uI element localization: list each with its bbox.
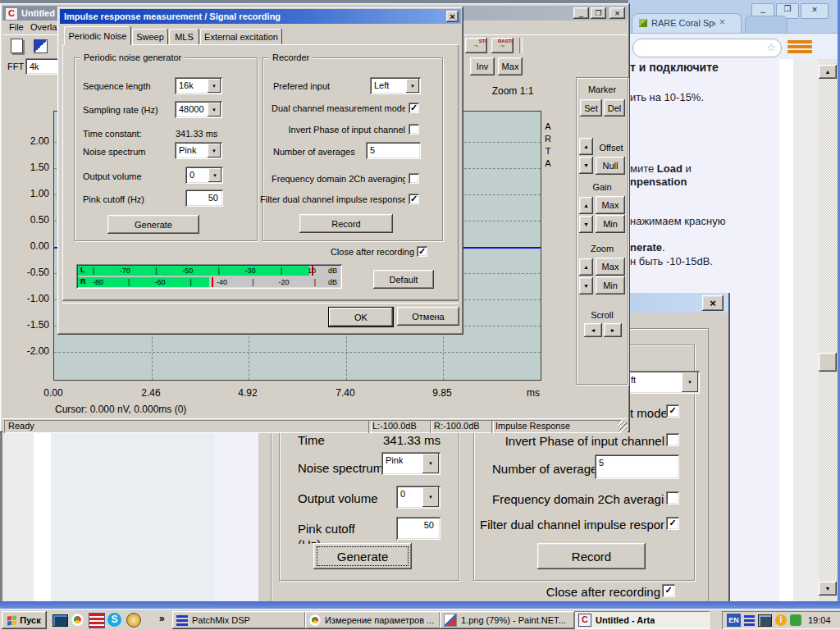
- dropdown-arrow-icon[interactable]: ▼: [208, 168, 221, 182]
- resize-grip[interactable]: [618, 421, 628, 431]
- invert-phase-checkbox[interactable]: ✓: [409, 124, 419, 135]
- scroll-right-button[interactable]: ►: [604, 323, 622, 337]
- page-dual-mode-checkbox[interactable]: ✓: [666, 404, 679, 418]
- address-bar[interactable]: ☆: [632, 39, 782, 57]
- taskbar-button-browser[interactable]: Измерение параметров ...: [305, 611, 441, 629]
- offset-null-button[interactable]: Null: [596, 157, 625, 175]
- marker-del-button[interactable]: Del: [604, 99, 625, 116]
- generate-button[interactable]: Generate: [107, 215, 199, 234]
- quicklaunch-skype-icon[interactable]: S: [107, 613, 121, 627]
- zoom-up-button[interactable]: ▲: [579, 258, 593, 276]
- tray-clock[interactable]: 19:04: [808, 615, 831, 625]
- tab-periodic-noise[interactable]: Periodic Noise: [64, 26, 131, 45]
- page-cutoff-input[interactable]: 50: [396, 517, 441, 540]
- averages-input[interactable]: 5: [366, 142, 421, 159]
- quicklaunch-chrome-icon[interactable]: [71, 614, 84, 626]
- zoom-min-button[interactable]: Min: [596, 276, 625, 294]
- browser-close-button[interactable]: ×: [801, 3, 829, 19]
- scroll-up-button[interactable]: ▲: [819, 65, 837, 79]
- pink-cutoff-input[interactable]: 50: [185, 189, 223, 207]
- tab-sweep[interactable]: Sweep: [132, 29, 168, 45]
- page-generate-button[interactable]: Generate: [313, 543, 412, 569]
- page-filter-checkbox[interactable]: ✓: [666, 517, 679, 530]
- page-noise-dropdown[interactable]: Pink ▼: [381, 452, 441, 475]
- tray-display-icon[interactable]: [758, 614, 772, 627]
- start-button[interactable]: Пуск: [2, 611, 47, 629]
- language-indicator[interactable]: EN: [727, 614, 741, 627]
- tab-mls[interactable]: MLS: [169, 29, 199, 45]
- dialog-titlebar[interactable]: Impulse response measurement / Signal re…: [60, 9, 461, 24]
- gain-up-button[interactable]: ▲: [579, 197, 593, 214]
- page-dialog-close-button[interactable]: ×: [702, 295, 724, 311]
- default-button[interactable]: Default: [373, 270, 434, 289]
- tab-close-icon[interactable]: ×: [719, 16, 725, 28]
- filter-dual-checkbox[interactable]: ✓: [409, 194, 419, 204]
- page-freq-checkbox[interactable]: ✓: [666, 491, 679, 504]
- ok-button[interactable]: OK: [328, 307, 394, 327]
- sampling-rate-dropdown[interactable]: 48000 ▼: [175, 101, 222, 118]
- dropdown-arrow-icon[interactable]: ▼: [422, 454, 439, 473]
- tab-external-excitation[interactable]: External excitation: [200, 29, 282, 45]
- scrollbar-thumb[interactable]: [819, 353, 837, 372]
- dual-channel-label: Dual channel measurement mode: [272, 103, 405, 113]
- quicklaunch-drive-icon[interactable]: [89, 613, 105, 628]
- dropdown-arrow-icon[interactable]: ▼: [406, 79, 419, 93]
- quicklaunch-chevron-icon[interactable]: »: [159, 613, 165, 624]
- gain-down-button[interactable]: ▼: [579, 216, 593, 233]
- taskbar-button-patchmix[interactable]: PatchMix DSP: [172, 611, 306, 629]
- gain-min-button[interactable]: Min: [596, 215, 625, 233]
- scroll-down-button[interactable]: ▼: [819, 582, 837, 596]
- menu-hamburger-icon[interactable]: [788, 39, 812, 55]
- zoom-down-button[interactable]: ▼: [579, 277, 593, 294]
- taskbar-button-paintnet[interactable]: 1.png (79%) - Paint.NET...: [440, 611, 575, 629]
- marker-set-button[interactable]: Set: [580, 99, 602, 116]
- zoom-max-button[interactable]: Max: [596, 258, 625, 276]
- averages-label: Number of averages: [273, 147, 363, 157]
- dropdown-arrow-icon[interactable]: ▼: [682, 372, 698, 392]
- page-averages-input[interactable]: 5: [595, 454, 679, 479]
- y-tick-label: 0.00: [10, 240, 49, 252]
- tray-info-icon[interactable]: i: [775, 614, 787, 626]
- page-invert-checkbox[interactable]: ✓: [666, 433, 679, 446]
- cancel-button[interactable]: Отмена: [397, 307, 459, 326]
- sequence-length-dropdown[interactable]: 16k ▼: [175, 77, 222, 94]
- recorder-group-title: Recorder: [269, 52, 313, 62]
- gain-max-button[interactable]: Max: [596, 196, 625, 214]
- page-volume-dropdown[interactable]: 0 ▼: [396, 486, 441, 509]
- close-after-checkbox[interactable]: ✓: [417, 246, 427, 257]
- inv-button[interactable]: Inv: [470, 57, 495, 75]
- dropdown-arrow-icon[interactable]: ▼: [208, 103, 221, 116]
- dialog-close-button[interactable]: ×: [446, 11, 459, 22]
- page-record-button[interactable]: Record: [537, 543, 646, 569]
- page-text-line: нажимаем красную: [630, 215, 778, 227]
- offset-up-button[interactable]: ▲: [579, 138, 593, 155]
- prefered-input-dropdown[interactable]: Left ▼: [370, 77, 421, 94]
- arta-maximize-button[interactable]: ❐: [591, 7, 606, 19]
- bookmark-star-icon[interactable]: ☆: [766, 41, 776, 53]
- dropdown-arrow-icon[interactable]: ▼: [422, 487, 439, 507]
- browser-tab[interactable]: RARE Coral Speak ×: [632, 13, 742, 34]
- noise-spectrum-dropdown[interactable]: Pink ▼: [175, 142, 222, 159]
- record-button[interactable]: Record: [299, 214, 393, 233]
- browser-scrollbar[interactable]: ▲ ▼: [819, 59, 838, 603]
- arta-close-button[interactable]: ×: [609, 7, 625, 19]
- rasti-tool-icon[interactable]: RASTI ~: [491, 38, 514, 53]
- taskbar-button-arta-active[interactable]: C Untitled - Arta: [574, 611, 710, 629]
- dropdown-arrow-icon[interactable]: ▼: [208, 144, 221, 158]
- quicklaunch-desktop-icon[interactable]: [52, 614, 68, 627]
- dropdown-arrow-icon[interactable]: ▼: [208, 79, 221, 93]
- page-close-after-checkbox[interactable]: ✓: [662, 584, 675, 597]
- quicklaunch-clock-icon[interactable]: [126, 613, 141, 628]
- tray-patchmix-icon[interactable]: [744, 615, 755, 626]
- max-button[interactable]: Max: [498, 57, 523, 75]
- output-volume-dropdown[interactable]: 0 ▼: [185, 167, 223, 184]
- offset-down-button[interactable]: ▼: [579, 157, 593, 174]
- arta-minimize-button[interactable]: _: [573, 7, 589, 19]
- tray-update-icon[interactable]: [790, 614, 801, 626]
- prefered-input-label: Prefered input: [273, 81, 355, 91]
- scroll-left-button[interactable]: ◄: [584, 323, 602, 337]
- freq-domain-checkbox[interactable]: ✓: [409, 173, 419, 184]
- sti-tool-icon[interactable]: STI ~: [465, 38, 487, 53]
- new-tab-stub[interactable]: [745, 16, 788, 34]
- dual-channel-checkbox[interactable]: ✓: [409, 103, 419, 113]
